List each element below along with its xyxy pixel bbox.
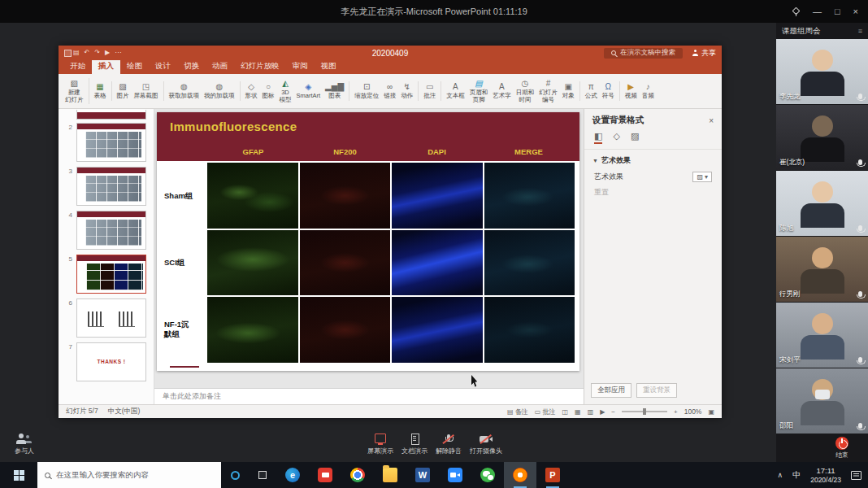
word-icon[interactable] xyxy=(406,462,439,488)
menu-icon[interactable]: ≡ xyxy=(858,27,862,35)
language-indicator[interactable]: 中文(中国) xyxy=(108,407,141,416)
slide-canvas[interactable]: Immunofluorescence GFAPNF200DAPIMERGE Sh… xyxy=(154,109,584,388)
comment-button[interactable]: ▭ 批注 xyxy=(421,81,441,100)
tab-insert[interactable]: 插入 xyxy=(92,59,120,74)
screen-share-button[interactable]: 屏幕演示 xyxy=(367,434,393,455)
object-button[interactable]: ▣ 对象 xyxy=(560,81,580,100)
smartart-button[interactable]: ◈ SmartArt xyxy=(294,81,323,100)
header-footer-button[interactable]: ▤ 页眉和 页脚 xyxy=(467,78,491,104)
maximize-button[interactable]: □ xyxy=(835,7,840,16)
symbol-button[interactable]: Ω 符号 xyxy=(600,81,620,100)
save-icon[interactable]: ▤ xyxy=(73,50,80,56)
shapes-button[interactable]: ◇ 形状 xyxy=(243,81,260,100)
zoom-level[interactable]: 100% xyxy=(684,407,702,416)
pin-icon[interactable] xyxy=(792,7,800,16)
tab-slideshow[interactable]: 幻灯片放映 xyxy=(234,59,286,74)
comments-toggle[interactable]: ▭ 批注 xyxy=(535,407,556,416)
slide-number-button[interactable]: # 幻灯片 编号 xyxy=(536,78,560,104)
datetime-button[interactable]: ◷ 日期和 时间 xyxy=(514,78,537,104)
tab-transitions[interactable]: 切换 xyxy=(177,59,206,74)
action-center-icon[interactable] xyxy=(851,471,861,480)
participant-tile[interactable]: 陈旭 xyxy=(776,171,868,236)
audio-button[interactable]: ♪ 音频 xyxy=(640,81,657,100)
minimize-button[interactable]: — xyxy=(813,7,822,16)
artistic-effects-section[interactable]: ▼ 艺术效果 xyxy=(584,150,722,168)
participant-tile[interactable]: 崔(北京) xyxy=(776,105,868,170)
fill-icon[interactable]: ◧ xyxy=(594,131,602,144)
slide-thumbnail[interactable]: 4 xyxy=(59,208,154,252)
fit-slide-icon[interactable]: ▣ xyxy=(708,408,714,416)
reset-button[interactable]: 重置 xyxy=(594,187,712,198)
slide-thumbnail[interactable]: 5 xyxy=(59,252,154,296)
picture-icon[interactable]: ▨ xyxy=(631,131,639,144)
normal-view-icon[interactable]: ◫ xyxy=(562,408,569,416)
taskbar-clock[interactable]: 17:11 2020/4/23 xyxy=(810,466,841,485)
tab-home[interactable]: 开始 xyxy=(63,59,92,74)
wordart-button[interactable]: A 艺术字 xyxy=(490,81,514,100)
3d-models-button[interactable]: ◭ 3D 模型 xyxy=(277,78,294,104)
start-button[interactable] xyxy=(0,462,37,488)
active-app-icon[interactable] xyxy=(504,462,536,488)
screenshot-button[interactable]: ◳ 屏幕截图 xyxy=(132,81,164,100)
powerpoint-icon[interactable] xyxy=(536,462,569,488)
slide-thumbnail[interactable]: 6 xyxy=(59,296,154,340)
notes-toggle[interactable]: ▤ 备注 xyxy=(507,407,528,416)
link-button[interactable]: ∞ 链接 xyxy=(381,81,398,100)
reset-background-button[interactable]: 重设背景 xyxy=(636,383,677,398)
undo-icon[interactable]: ↶ xyxy=(85,50,90,56)
task-view-button[interactable] xyxy=(249,462,276,488)
notes-area[interactable]: 单击此处添加备注 xyxy=(154,388,584,404)
my-addins-button[interactable]: ◍ 我的加载项 xyxy=(202,81,241,100)
chrome-icon[interactable] xyxy=(341,462,374,488)
artistic-effect-dropdown[interactable]: ▨ ▾ xyxy=(692,172,712,182)
wechat-icon[interactable] xyxy=(471,462,504,488)
participants-button[interactable]: 参与人 xyxy=(15,434,34,455)
chart-button[interactable]: ▂▅▇ 图表 xyxy=(323,81,349,100)
camera-on-button[interactable]: 打开摄像头 xyxy=(470,434,502,455)
get-addins-button[interactable]: ◍ 获取加载项 xyxy=(167,81,202,100)
zoom-in-icon[interactable]: + xyxy=(674,408,678,416)
slide-thumbnail-partial[interactable] xyxy=(59,110,154,120)
customize-quick-access-icon[interactable]: ⋯ xyxy=(115,50,121,56)
tab-draw[interactable]: 绘图 xyxy=(120,59,149,74)
slide-thumbnail[interactable]: 3 xyxy=(59,164,154,208)
end-meeting-button[interactable] xyxy=(835,437,848,450)
slide-thumbnail[interactable]: 2 xyxy=(59,120,154,164)
table-button[interactable]: ▦ 表格 xyxy=(92,81,112,100)
file-explorer-icon[interactable] xyxy=(374,462,406,488)
action-button[interactable]: ↯ 动作 xyxy=(398,81,419,100)
ppt-search-input[interactable]: 在演示文稿中搜索 xyxy=(604,48,683,59)
close-icon[interactable]: × xyxy=(709,116,714,125)
equation-button[interactable]: π 公式 xyxy=(583,81,600,100)
cortana-button[interactable] xyxy=(221,462,249,488)
redo-icon[interactable]: ↷ xyxy=(94,50,100,56)
ime-indicator[interactable]: 中 xyxy=(792,469,801,481)
apply-all-button[interactable]: 全部应用 xyxy=(591,383,631,398)
reading-view-icon[interactable]: ▥ xyxy=(588,408,594,416)
slide-sorter-icon[interactable]: ▦ xyxy=(575,408,581,416)
zoom-slider[interactable] xyxy=(622,411,667,412)
slideshow-view-icon[interactable]: ▶ xyxy=(600,408,605,416)
effects-icon[interactable]: ◇ xyxy=(613,131,619,144)
participant-tile[interactable]: 宋剑平 xyxy=(776,303,868,368)
tab-review[interactable]: 审阅 xyxy=(286,59,315,74)
unmute-button[interactable]: 解除静音 xyxy=(436,434,462,455)
new-slide-button[interactable]: ▧ 新建 幻灯片 xyxy=(63,78,89,104)
zoom-link-button[interactable]: ⊡ 缩放定位 xyxy=(352,81,381,100)
mail-app-icon[interactable] xyxy=(309,462,341,488)
textbox-button[interactable]: A 文本框 xyxy=(444,81,467,100)
tab-animations[interactable]: 动画 xyxy=(206,59,234,74)
slideshow-icon[interactable]: ▶ xyxy=(105,50,110,56)
icons-button[interactable]: ○ 图标 xyxy=(260,81,277,100)
zoom-out-icon[interactable]: − xyxy=(611,408,615,416)
close-button[interactable]: × xyxy=(853,7,858,16)
taskbar-search-input[interactable]: 在这里输入你要搜索的内容 xyxy=(37,462,221,488)
picture-button[interactable]: ▨ 图片 xyxy=(115,81,132,100)
hidden-icons-chevron[interactable]: ∧ xyxy=(778,471,783,479)
zoom-slider-thumb[interactable] xyxy=(643,408,646,415)
participant-tile[interactable]: 李先龙 xyxy=(776,39,868,104)
tab-design[interactable]: 设计 xyxy=(149,59,177,74)
doc-share-button[interactable]: 文档演示 xyxy=(401,434,427,455)
tab-view[interactable]: 视图 xyxy=(315,59,343,74)
edge-icon[interactable] xyxy=(276,462,309,488)
